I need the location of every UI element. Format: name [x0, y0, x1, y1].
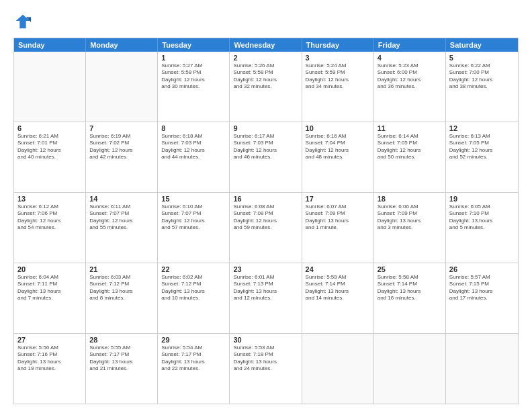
day-info: Sunrise: 5:59 AMSunset: 7:14 PMDaylight:…: [306, 274, 370, 302]
calendar-row-1: 6Sunrise: 6:21 AMSunset: 7:01 PMDaylight…: [14, 122, 518, 192]
day-cell-23: 23Sunrise: 6:01 AMSunset: 7:13 PMDayligh…: [230, 263, 302, 333]
day-cell-22: 22Sunrise: 6:02 AMSunset: 7:12 PMDayligh…: [158, 263, 230, 333]
page: SundayMondayTuesdayWednesdayThursdayFrid…: [0, 0, 532, 411]
day-cell-16: 16Sunrise: 6:08 AMSunset: 7:08 PMDayligh…: [230, 193, 302, 263]
day-info: Sunrise: 6:21 AMSunset: 7:01 PMDaylight:…: [17, 133, 82, 161]
day-number: 22: [161, 265, 226, 273]
day-cell-13: 13Sunrise: 6:12 AMSunset: 7:06 PMDayligh…: [14, 193, 86, 263]
day-cell-26: 26Sunrise: 5:57 AMSunset: 7:15 PMDayligh…: [446, 263, 518, 333]
header-day-saturday: Saturday: [446, 38, 518, 52]
day-info: Sunrise: 6:01 AMSunset: 7:13 PMDaylight:…: [233, 274, 298, 302]
day-cell-25: 25Sunrise: 5:58 AMSunset: 7:14 PMDayligh…: [374, 263, 446, 333]
day-info: Sunrise: 5:57 AMSunset: 7:15 PMDaylight:…: [449, 274, 515, 302]
day-info: Sunrise: 5:26 AMSunset: 5:58 PMDaylight:…: [233, 62, 298, 91]
calendar-header: SundayMondayTuesdayWednesdayThursdayFrid…: [14, 38, 518, 52]
day-cell-2: 2Sunrise: 5:26 AMSunset: 5:58 PMDaylight…: [230, 52, 302, 122]
empty-cell-4-4: [302, 334, 374, 404]
empty-cell-4-6: [446, 334, 518, 404]
day-cell-12: 12Sunrise: 6:13 AMSunset: 7:05 PMDayligh…: [446, 122, 518, 192]
day-number: 17: [306, 195, 370, 203]
day-info: Sunrise: 5:23 AMSunset: 6:00 PMDaylight:…: [378, 62, 442, 91]
day-cell-9: 9Sunrise: 6:17 AMSunset: 7:03 PMDaylight…: [230, 122, 302, 192]
day-info: Sunrise: 6:04 AMSunset: 7:11 PMDaylight:…: [17, 274, 82, 302]
day-number: 19: [449, 195, 515, 203]
day-number: 8: [161, 124, 226, 132]
day-info: Sunrise: 6:10 AMSunset: 7:07 PMDaylight:…: [161, 203, 226, 232]
day-cell-11: 11Sunrise: 6:14 AMSunset: 7:05 PMDayligh…: [374, 122, 446, 192]
day-info: Sunrise: 6:16 AMSunset: 7:04 PMDaylight:…: [306, 133, 370, 161]
day-number: 18: [378, 195, 442, 203]
day-number: 30: [233, 336, 298, 344]
day-number: 1: [161, 54, 226, 62]
day-number: 21: [89, 265, 154, 273]
day-info: Sunrise: 5:53 AMSunset: 7:18 PMDaylight:…: [233, 345, 298, 373]
day-info: Sunrise: 6:06 AMSunset: 7:09 PMDaylight:…: [378, 203, 442, 232]
day-cell-24: 24Sunrise: 5:59 AMSunset: 7:14 PMDayligh…: [302, 263, 374, 333]
day-cell-1: 1Sunrise: 5:27 AMSunset: 5:58 PMDaylight…: [158, 52, 230, 122]
day-number: 6: [17, 124, 82, 132]
day-number: 15: [161, 195, 226, 203]
day-info: Sunrise: 5:54 AMSunset: 7:17 PMDaylight:…: [161, 345, 226, 373]
day-info: Sunrise: 6:12 AMSunset: 7:06 PMDaylight:…: [17, 203, 82, 232]
day-info: Sunrise: 5:56 AMSunset: 7:16 PMDaylight:…: [17, 345, 82, 373]
day-info: Sunrise: 6:18 AMSunset: 7:03 PMDaylight:…: [161, 133, 226, 161]
day-info: Sunrise: 6:02 AMSunset: 7:12 PMDaylight:…: [161, 274, 226, 302]
day-number: 5: [449, 54, 515, 62]
day-cell-30: 30Sunrise: 5:53 AMSunset: 7:18 PMDayligh…: [230, 334, 302, 404]
empty-cell-4-5: [374, 334, 446, 404]
day-number: 4: [378, 54, 442, 62]
calendar-row-2: 13Sunrise: 6:12 AMSunset: 7:06 PMDayligh…: [14, 192, 518, 263]
empty-cell-0-1: [86, 52, 158, 122]
day-info: Sunrise: 6:17 AMSunset: 7:03 PMDaylight:…: [233, 133, 298, 161]
day-number: 10: [306, 124, 370, 132]
day-cell-7: 7Sunrise: 6:19 AMSunset: 7:02 PMDaylight…: [86, 122, 158, 192]
day-number: 13: [17, 195, 82, 203]
day-info: Sunrise: 6:08 AMSunset: 7:08 PMDaylight:…: [233, 203, 298, 232]
day-info: Sunrise: 5:24 AMSunset: 5:59 PMDaylight:…: [306, 62, 370, 91]
day-number: 9: [233, 124, 298, 132]
header-day-friday: Friday: [374, 38, 446, 52]
header: [13, 12, 519, 31]
day-number: 20: [17, 265, 82, 273]
day-number: 24: [306, 265, 370, 273]
day-cell-18: 18Sunrise: 6:06 AMSunset: 7:09 PMDayligh…: [374, 193, 446, 263]
day-info: Sunrise: 6:14 AMSunset: 7:05 PMDaylight:…: [378, 133, 442, 161]
day-number: 2: [233, 54, 298, 62]
day-cell-8: 8Sunrise: 6:18 AMSunset: 7:03 PMDaylight…: [158, 122, 230, 192]
day-cell-4: 4Sunrise: 5:23 AMSunset: 6:00 PMDaylight…: [374, 52, 446, 122]
day-cell-20: 20Sunrise: 6:04 AMSunset: 7:11 PMDayligh…: [14, 263, 86, 333]
calendar-row-4: 27Sunrise: 5:56 AMSunset: 7:16 PMDayligh…: [14, 333, 518, 404]
day-number: 26: [449, 265, 515, 273]
calendar-row-0: 1Sunrise: 5:27 AMSunset: 5:58 PMDaylight…: [14, 52, 518, 122]
day-cell-28: 28Sunrise: 5:55 AMSunset: 7:17 PMDayligh…: [86, 334, 158, 404]
day-info: Sunrise: 6:13 AMSunset: 7:05 PMDaylight:…: [449, 133, 515, 161]
day-info: Sunrise: 6:11 AMSunset: 7:07 PMDaylight:…: [89, 203, 154, 232]
header-day-sunday: Sunday: [14, 38, 86, 52]
day-number: 11: [378, 124, 442, 132]
logo: [13, 12, 35, 31]
header-day-tuesday: Tuesday: [158, 38, 230, 52]
day-info: Sunrise: 6:07 AMSunset: 7:09 PMDaylight:…: [306, 203, 370, 232]
header-day-wednesday: Wednesday: [230, 38, 302, 52]
empty-cell-0-0: [14, 52, 86, 122]
day-number: 7: [89, 124, 154, 132]
day-info: Sunrise: 6:22 AMSunset: 7:00 PMDaylight:…: [449, 62, 515, 91]
day-number: 23: [233, 265, 298, 273]
day-cell-21: 21Sunrise: 6:03 AMSunset: 7:12 PMDayligh…: [86, 263, 158, 333]
day-info: Sunrise: 6:03 AMSunset: 7:12 PMDaylight:…: [89, 274, 154, 302]
day-number: 16: [233, 195, 298, 203]
day-cell-19: 19Sunrise: 6:05 AMSunset: 7:10 PMDayligh…: [446, 193, 518, 263]
day-number: 25: [378, 265, 442, 273]
header-day-thursday: Thursday: [302, 38, 374, 52]
day-number: 27: [17, 336, 82, 344]
day-info: Sunrise: 5:58 AMSunset: 7:14 PMDaylight:…: [378, 274, 442, 302]
day-cell-6: 6Sunrise: 6:21 AMSunset: 7:01 PMDaylight…: [14, 122, 86, 192]
svg-marker-0: [16, 15, 30, 29]
day-cell-29: 29Sunrise: 5:54 AMSunset: 7:17 PMDayligh…: [158, 334, 230, 404]
day-cell-3: 3Sunrise: 5:24 AMSunset: 5:59 PMDaylight…: [302, 52, 374, 122]
day-number: 29: [161, 336, 226, 344]
day-cell-17: 17Sunrise: 6:07 AMSunset: 7:09 PMDayligh…: [302, 193, 374, 263]
day-number: 12: [449, 124, 515, 132]
calendar-body: 1Sunrise: 5:27 AMSunset: 5:58 PMDaylight…: [14, 52, 518, 404]
day-cell-5: 5Sunrise: 6:22 AMSunset: 7:00 PMDaylight…: [446, 52, 518, 122]
